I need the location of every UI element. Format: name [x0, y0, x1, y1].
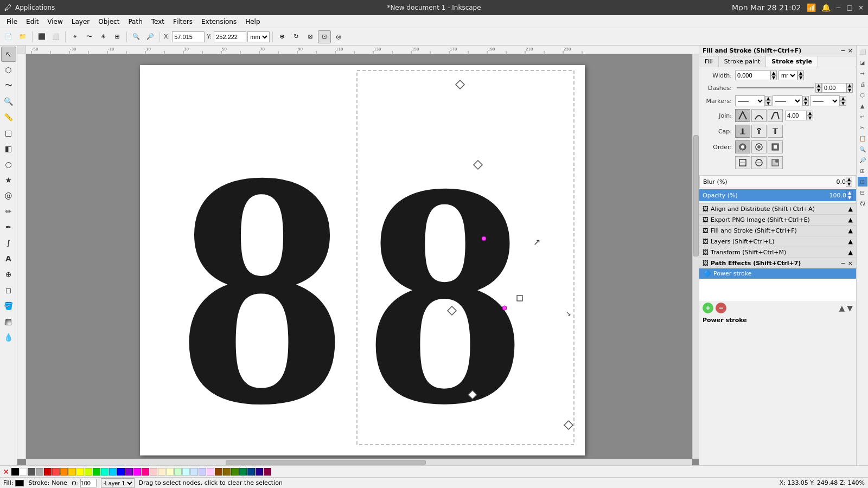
color-swatch-25[interactable]	[215, 468, 222, 476]
cap-square[interactable]	[768, 125, 783, 138]
menu-item-file[interactable]: File	[2, 17, 22, 27]
text-tool[interactable]: A	[1, 251, 16, 266]
gradient-tool[interactable]: ▦	[1, 314, 16, 329]
side-icon-9[interactable]: 📋	[858, 133, 867, 143]
dashes-spinner[interactable]: ▲ ▼	[815, 83, 822, 93]
menu-item-layer[interactable]: Layer	[67, 17, 94, 27]
order-paint-markers[interactable]	[735, 140, 750, 153]
transform-btn4[interactable]: ⊡	[318, 30, 331, 43]
fill-stroke-close[interactable]: ×	[848, 47, 853, 54]
join-spinner[interactable]: ▲ ▼	[807, 111, 813, 120]
open-button[interactable]: 📁	[16, 30, 29, 43]
menu-item-path[interactable]: Path	[124, 17, 146, 27]
order-btn6[interactable]	[768, 156, 783, 169]
zoom-tool[interactable]: 🔍	[1, 94, 16, 109]
dashval-down[interactable]: ▼	[846, 88, 853, 93]
layer-select[interactable]: ·Layer 1	[101, 478, 135, 488]
x-input[interactable]	[172, 31, 205, 42]
width-unit[interactable]: mm	[778, 70, 797, 80]
width-spinner[interactable]: ▲ ▼	[770, 70, 777, 80]
order-markers-paint[interactable]	[751, 140, 767, 153]
menu-item-help[interactable]: Help	[241, 17, 264, 27]
color-swatch-11[interactable]	[101, 468, 108, 476]
path-effect-power-stroke[interactable]: 🔷 Power stroke	[699, 268, 856, 279]
fill-swatch[interactable]	[15, 480, 24, 486]
tab-stroke-paint[interactable]: Stroke paint	[719, 56, 767, 67]
pe-move-up[interactable]: ▲	[839, 304, 845, 312]
side-icon-2[interactable]: ◪	[858, 57, 867, 67]
color-swatch-29[interactable]	[247, 468, 255, 476]
side-icon-8[interactable]: ✂	[858, 123, 867, 132]
close-button[interactable]: ×	[858, 4, 864, 11]
smooth-node-btn[interactable]: 〜	[82, 30, 95, 43]
marker-end[interactable]: ——	[810, 95, 840, 106]
transform-header[interactable]: 🖼 Transform (Shift+Ctrl+M) ▲	[699, 247, 856, 258]
dashes-val-spinner[interactable]: ▲ ▼	[846, 83, 853, 93]
menu-item-edit[interactable]: Edit	[22, 17, 43, 27]
color-swatch-0[interactable]	[11, 468, 19, 476]
transform-btn1[interactable]: ⊕	[276, 30, 289, 43]
spiral-tool[interactable]: @	[1, 188, 16, 203]
color-swatch-22[interactable]	[190, 468, 198, 476]
marker-start-spinner[interactable]: ▲ ▼	[765, 96, 771, 106]
transform-btn2[interactable]: ↻	[290, 30, 303, 43]
pe-minimize[interactable]: −	[841, 260, 846, 267]
side-icon-7[interactable]: ↩	[858, 112, 867, 121]
cap-butt[interactable]	[735, 125, 750, 138]
dashes-up[interactable]: ▲	[815, 83, 822, 88]
node-tool[interactable]: ⬡	[1, 62, 16, 78]
3dbox-tool[interactable]: ◧	[1, 141, 16, 156]
cap-round[interactable]	[751, 125, 767, 138]
color-swatch-13[interactable]	[117, 468, 125, 476]
join-miter[interactable]	[735, 109, 750, 122]
ellipse-tool[interactable]: ○	[1, 157, 16, 172]
side-icon-1[interactable]: ⬜	[858, 47, 867, 56]
marker-mid[interactable]: ——	[773, 95, 802, 106]
fill-stroke-acc-header[interactable]: 🖼 Fill and Stroke (Shift+Ctrl+F) ▲	[699, 226, 856, 236]
color-swatch-9[interactable]	[85, 468, 92, 476]
color-swatch-8[interactable]	[76, 468, 84, 476]
unit-up[interactable]: ▲	[797, 70, 804, 75]
measure-tool[interactable]: 📏	[1, 110, 16, 125]
align-btn[interactable]: ⊞	[111, 30, 124, 43]
menu-item-object[interactable]: Object	[94, 17, 124, 27]
menu-item-extensions[interactable]: Extensions	[197, 17, 241, 27]
pen-tool[interactable]: ✒	[1, 220, 16, 235]
node-mode-btn[interactable]: ⌖	[68, 30, 81, 43]
unit-down[interactable]: ▼	[797, 75, 804, 80]
snap-btn[interactable]: ✳	[97, 30, 110, 43]
color-swatch-28[interactable]	[239, 468, 247, 476]
tab-stroke-style[interactable]: Stroke style	[766, 56, 818, 67]
marker-end-spinner[interactable]: ▲ ▼	[840, 96, 846, 106]
opacity-stat-input[interactable]	[80, 479, 97, 487]
new-button[interactable]: 📄	[2, 30, 15, 43]
paintbucket-tool[interactable]: 🪣	[1, 298, 16, 313]
pe-move-down[interactable]: ▼	[847, 304, 853, 312]
color-swatch-24[interactable]	[207, 468, 214, 476]
color-swatch-5[interactable]	[52, 468, 60, 476]
canvas-svg[interactable]: 8 8	[140, 65, 585, 455]
tab-fill[interactable]: Fill	[699, 56, 719, 67]
add-effect-button[interactable]: +	[703, 303, 713, 313]
eraser-tool[interactable]: ◻	[1, 282, 16, 298]
order-btn5[interactable]	[751, 156, 767, 169]
star-tool[interactable]: ★	[1, 172, 16, 188]
dashes-down[interactable]: ▼	[815, 88, 822, 93]
color-swatch-2[interactable]	[28, 468, 35, 476]
ungroup-button[interactable]: ⬜	[49, 30, 62, 43]
color-swatch-4[interactable]	[44, 468, 52, 476]
minimize-button[interactable]: −	[836, 4, 841, 11]
join-round[interactable]	[751, 109, 767, 122]
color-swatch-30[interactable]	[256, 468, 263, 476]
hscrollbar[interactable]	[26, 459, 692, 465]
side-icon-10[interactable]: 🔍	[858, 144, 867, 154]
marker-start[interactable]: ——	[735, 95, 765, 106]
remove-effect-button[interactable]: −	[716, 303, 726, 313]
color-swatch-16[interactable]	[142, 468, 149, 476]
zoom-in-btn[interactable]: 🔎	[144, 30, 157, 43]
color-swatch-19[interactable]	[166, 468, 174, 476]
transform-btn3[interactable]: ⊠	[304, 30, 317, 43]
order-fill-stroke[interactable]	[768, 140, 783, 153]
color-swatch-14[interactable]	[125, 468, 133, 476]
color-swatch-20[interactable]	[174, 468, 182, 476]
